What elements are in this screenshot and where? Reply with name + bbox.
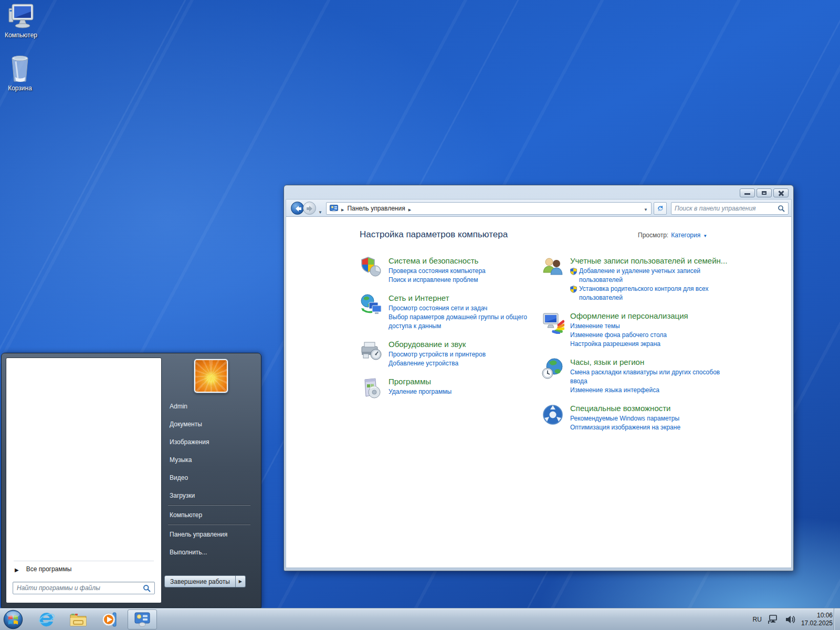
search-icon[interactable] [778, 205, 785, 212]
task-link[interactable]: Изменение языка интерфейса [570, 386, 733, 395]
start-item-documents[interactable]: Документы [163, 415, 257, 433]
refresh-button[interactable] [654, 202, 667, 215]
task-link[interactable]: Просмотр устройств и принтеров [388, 350, 536, 359]
shutdown-options-arrow[interactable] [236, 575, 246, 587]
category-programs: Программы Удаление программы [360, 376, 541, 400]
view-by-dropdown[interactable]: Категория [671, 232, 700, 239]
start-item-control-panel[interactable]: Панель управления [163, 526, 257, 543]
divider [168, 505, 250, 506]
address-dropdown-icon[interactable] [644, 204, 648, 213]
start-item-computer[interactable]: Компьютер [163, 506, 257, 524]
address-toolbar: Панель управления Поиск в панели управле… [286, 199, 792, 217]
category-title[interactable]: Система и безопасность [388, 256, 536, 265]
category-title[interactable]: Специальные возможности [570, 404, 733, 413]
network-icon[interactable] [768, 614, 779, 625]
task-link[interactable]: Проверка состояния компьютера [388, 267, 536, 276]
start-item-run[interactable]: Выполнить... [163, 543, 257, 561]
all-programs-item[interactable]: Все программы [6, 561, 161, 577]
desktop-icon-recycle-bin[interactable]: Корзина [0, 54, 40, 92]
task-link[interactable]: Изменение темы [570, 322, 733, 331]
system-tray: RU 10:06 17.02.2025 [753, 608, 833, 630]
desktop-icon-computer[interactable]: Компьютер [1, 3, 41, 39]
show-desktop-button[interactable] [834, 608, 840, 630]
right-column: Учетные записи пользователей и семейн... [541, 256, 788, 440]
globe-clock-icon[interactable] [541, 357, 564, 380]
task-link[interactable]: Настройка разрешения экрана [570, 340, 733, 349]
shutdown-button[interactable]: Завершение работы [164, 575, 236, 587]
task-link[interactable]: Смена раскладки клавиатуры или других сп… [570, 368, 733, 386]
taskbar-media-player[interactable] [101, 611, 119, 628]
chevron-down-icon[interactable] [703, 232, 707, 239]
task-link[interactable]: Рекомендуемые Windows параметры [570, 414, 733, 423]
start-menu-left-panel: Все программы Найти программы и файлы [6, 358, 162, 603]
task-link[interactable]: Добавление устройства [388, 359, 536, 368]
category-appearance: Оформление и персонализация Изменение те… [541, 311, 788, 349]
task-link[interactable]: Поиск и исправление проблем [388, 276, 536, 285]
category-title[interactable]: Учетные записи пользователей и семейн... [570, 256, 733, 265]
breadcrumb[interactable]: Панель управления [347, 205, 405, 212]
address-bar[interactable]: Панель управления [326, 202, 652, 215]
back-button[interactable] [291, 202, 304, 215]
window-titlebar[interactable] [286, 185, 792, 199]
nav-history-dropdown[interactable] [318, 206, 322, 216]
start-item-video[interactable]: Видео [163, 469, 257, 487]
start-search-input[interactable]: Найти программы и файлы [13, 582, 155, 594]
start-item-user[interactable]: Admin [163, 397, 257, 415]
two-users-icon[interactable] [541, 256, 564, 279]
globe-monitors-icon[interactable] [360, 293, 383, 316]
start-item-downloads[interactable]: Загрузки [163, 487, 257, 505]
taskbar-windows-explorer[interactable] [69, 611, 87, 628]
task-link-uac[interactable]: Установка родительского контроля для все… [570, 285, 733, 302]
category-title[interactable]: Сеть и Интернет [388, 293, 536, 302]
start-button[interactable] [3, 609, 24, 630]
task-link-uac[interactable]: Добавление и удаление учетных записей по… [570, 267, 733, 285]
task-link[interactable]: Изменение фона рабочего стола [570, 331, 733, 340]
taskbar-control-panel-active[interactable] [128, 610, 157, 629]
user-avatar[interactable] [194, 359, 228, 393]
breadcrumb-arrow-icon[interactable] [341, 204, 344, 213]
search-input[interactable]: Поиск в панели управления [671, 202, 789, 215]
forward-button[interactable] [303, 202, 316, 215]
recycle-bin-icon [8, 54, 32, 83]
minimize-button[interactable] [740, 188, 755, 197]
internet-explorer-icon [38, 611, 55, 628]
left-column: Система и безопасность Проверка состояни… [360, 256, 541, 440]
security-shield-pie-icon[interactable] [360, 256, 383, 279]
task-link[interactable]: Оптимизация изображения на экране [570, 423, 733, 432]
task-link[interactable]: Удаление программы [388, 387, 536, 396]
clock[interactable]: 10:06 17.02.2025 [801, 612, 833, 627]
view-label: Просмотр: [638, 232, 668, 239]
divider [168, 524, 250, 525]
monitor-palette-icon[interactable] [541, 311, 564, 334]
category-system-security: Система и безопасность Проверка состояни… [360, 256, 541, 285]
task-link[interactable]: Выбор параметров домашней группы и общег… [388, 313, 536, 331]
category-user-accounts: Учетные записи пользователей и семейн... [541, 256, 788, 302]
close-button[interactable] [773, 188, 789, 197]
media-player-icon [101, 611, 118, 628]
language-indicator[interactable]: RU [753, 616, 762, 623]
taskbar-internet-explorer[interactable] [38, 611, 56, 628]
start-item-pictures[interactable]: Изображения [163, 433, 257, 451]
uac-shield-icon [570, 286, 577, 293]
category-title[interactable]: Часы, язык и регион [570, 358, 733, 366]
category-title[interactable]: Оформление и персонализация [570, 311, 733, 320]
task-link[interactable]: Просмотр состояния сети и задач [388, 304, 536, 313]
maximize-button[interactable] [757, 188, 772, 197]
start-item-music[interactable]: Музыка [163, 451, 257, 469]
software-box-icon[interactable] [360, 376, 383, 400]
volume-icon[interactable] [785, 615, 795, 624]
printer-gauge-icon[interactable] [360, 339, 383, 362]
control-panel-window: Панель управления Поиск в панели управле… [284, 185, 794, 571]
category-columns: Система и безопасность Проверка состояни… [360, 256, 788, 440]
refresh-icon [657, 205, 664, 212]
back-arrow-icon [293, 204, 302, 213]
category-title[interactable]: Программы [388, 377, 536, 386]
ease-of-access-icon[interactable] [541, 403, 564, 426]
all-programs-label: Все программы [26, 565, 72, 573]
minimize-icon [744, 193, 750, 195]
task-link-label: Установка родительского контроля для все… [579, 285, 733, 302]
category-title[interactable]: Оборудование и звук [388, 340, 536, 349]
control-panel-icon [134, 612, 150, 627]
breadcrumb-arrow-icon[interactable] [408, 204, 411, 213]
search-icon[interactable] [143, 584, 151, 592]
